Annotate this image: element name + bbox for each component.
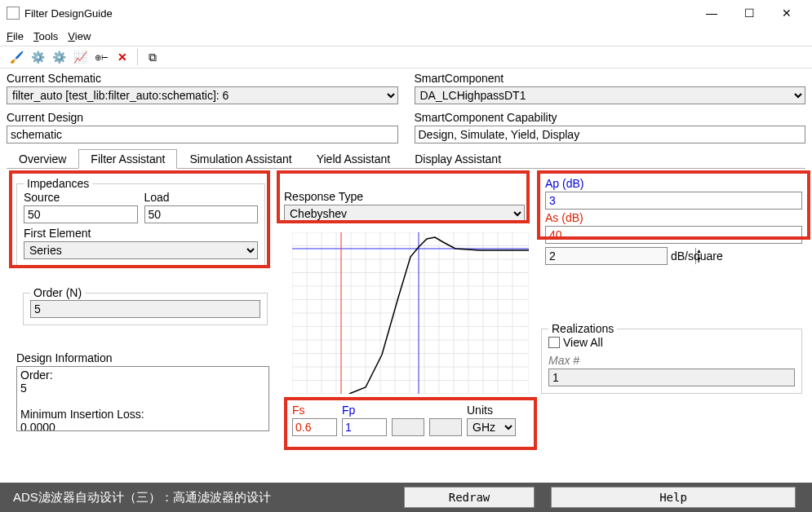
smartcomponent-select[interactable]: DA_LCHighpassDT1 xyxy=(415,86,806,104)
bottom-bar: ADS滤波器自动设计（三）：高通滤波器的设计 Redraw Help xyxy=(0,483,812,512)
dbsquare-unit: dB/square xyxy=(671,249,723,263)
viewall-checkbox[interactable]: View All xyxy=(548,336,795,349)
current-design-input[interactable] xyxy=(7,126,398,143)
load-input[interactable] xyxy=(144,205,259,223)
minimize-button[interactable]: — xyxy=(693,0,730,26)
impedances-legend: Impedances xyxy=(24,177,92,190)
close-button[interactable]: ✕ xyxy=(768,0,805,26)
window-title: Filter DesignGuide xyxy=(24,7,693,20)
tab-simulation-assistant[interactable]: Simulation Assistant xyxy=(177,149,304,169)
tool-delete-icon[interactable]: ✕ xyxy=(114,49,131,65)
load-label: Load xyxy=(144,191,259,204)
response-type-select[interactable]: Chebyshev xyxy=(284,205,525,223)
filter-assistant-panel: Impedances Source Load First Element Ser… xyxy=(7,169,805,470)
order-group: Order (N) xyxy=(23,293,268,325)
app-icon xyxy=(7,7,20,20)
redraw-button[interactable]: Redraw xyxy=(404,487,535,508)
units-label: Units xyxy=(467,404,516,417)
capability-input[interactable] xyxy=(415,126,806,143)
tab-yield-assistant[interactable]: Yield Assistant xyxy=(304,149,403,169)
tab-overview[interactable]: Overview xyxy=(7,149,78,169)
max-label: Max # xyxy=(548,354,795,367)
response-plot xyxy=(292,232,529,394)
freq-extra2 xyxy=(429,418,462,436)
tool-gears2-icon[interactable]: ⚙️ xyxy=(51,49,67,65)
source-label: Source xyxy=(24,191,138,204)
current-schematic-select[interactable]: filter_auto [test_lib:filter_auto:schema… xyxy=(7,86,398,104)
tab-bar: Overview Filter Assistant Simulation Ass… xyxy=(7,148,805,169)
fs-input[interactable] xyxy=(292,418,337,436)
menubar: File Tools View xyxy=(0,26,812,46)
tool-align-icon[interactable]: ⧉ xyxy=(144,49,161,65)
viewall-label: View All xyxy=(563,336,603,349)
menu-view[interactable]: View xyxy=(68,30,91,42)
menu-file[interactable]: File xyxy=(7,30,24,42)
freq-extra1 xyxy=(392,418,424,436)
as-label: As (dB) xyxy=(545,211,802,224)
fp-label: Fp xyxy=(342,404,387,417)
fs-label: Fs xyxy=(292,404,337,417)
first-element-label: First Element xyxy=(24,227,258,240)
capability-label: SmartComponent Capability xyxy=(415,111,806,124)
titlebar: Filter DesignGuide — ☐ ✕ xyxy=(0,0,812,26)
current-schematic-label: Current Schematic xyxy=(7,72,398,85)
fp-input[interactable] xyxy=(342,418,387,436)
units-select[interactable]: GHz xyxy=(467,418,516,436)
as-input[interactable] xyxy=(545,226,802,244)
tool-component-icon[interactable]: ⊕⊢ xyxy=(93,49,109,65)
ap-input[interactable] xyxy=(545,192,802,210)
design-info-text: Order: 5 Minimum Insertion Loss: 0.0000 xyxy=(16,366,269,431)
help-button[interactable]: Help xyxy=(551,487,796,508)
max-input xyxy=(548,369,795,386)
design-info-label: Design Information xyxy=(16,351,269,364)
order-input xyxy=(30,300,260,318)
tab-display-assistant[interactable]: Display Assistant xyxy=(402,149,513,169)
tool-brush-icon[interactable]: 🖌️ xyxy=(8,49,24,65)
caption-text: ADS滤波器自动设计（三）：高通滤波器的设计 xyxy=(0,490,371,505)
dbsquare-spinner[interactable]: ▲▼ xyxy=(545,247,668,265)
menu-tools[interactable]: Tools xyxy=(33,30,58,42)
tool-gears-icon[interactable]: ⚙️ xyxy=(29,49,46,65)
ap-label: Ap (dB) xyxy=(545,177,802,190)
impedances-group: Impedances Source Load First Element Ser… xyxy=(16,183,265,267)
toolbar: 🖌️ ⚙️ ⚙️ 📈 ⊕⊢ ✕ ⧉ xyxy=(0,46,812,68)
source-input[interactable] xyxy=(24,205,138,223)
tab-filter-assistant[interactable]: Filter Assistant xyxy=(78,149,177,169)
response-type-label: Response Type xyxy=(284,190,525,203)
realizations-group: Realizations View All Max # xyxy=(541,329,802,394)
tool-plot-icon[interactable]: 📈 xyxy=(72,49,88,65)
maximize-button[interactable]: ☐ xyxy=(730,0,768,26)
smartcomponent-label: SmartComponent xyxy=(415,72,806,85)
first-element-select[interactable]: Series xyxy=(24,241,258,259)
current-design-label: Current Design xyxy=(7,111,398,124)
toolbar-separator xyxy=(137,49,138,65)
checkbox-box-icon[interactable] xyxy=(548,337,560,348)
realizations-legend: Realizations xyxy=(548,322,617,335)
order-legend: Order (N) xyxy=(30,286,85,299)
